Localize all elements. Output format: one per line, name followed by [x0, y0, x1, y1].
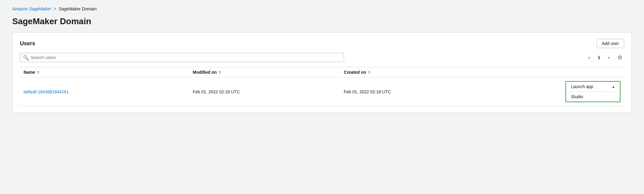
pagination-next-button[interactable]: › [605, 53, 613, 62]
table-header: Name ▽ Modified on ▽ Created on ▽ [20, 67, 624, 77]
col-header-actions [491, 67, 624, 77]
search-icon: 🔍 [23, 55, 29, 61]
cell-name: default-1643681844161 [20, 77, 189, 106]
launch-app-arrow-icon: ▲ [612, 85, 615, 88]
page-title: SageMaker Domain [12, 17, 632, 26]
users-table: Name ▽ Modified on ▽ Created on ▽ [20, 67, 624, 106]
table-body: default-1643681844161 Feb 01, 2022 02:18… [20, 77, 624, 106]
breadcrumb-separator: > [54, 6, 56, 12]
page-wrapper: Amazon SageMaker > SageMaker Domain Sage… [0, 0, 644, 125]
launch-app-dropdown-wrapper: Launch app ▲ Studio [565, 81, 620, 102]
launch-app-label: Launch app [571, 84, 593, 89]
col-modified-label: Modified on [193, 70, 217, 75]
settings-icon-button[interactable]: ⚙ [616, 53, 624, 62]
panel-header: Users Add user [20, 39, 624, 48]
launch-app-studio-item[interactable]: Studio [566, 92, 620, 102]
cell-created: Feb 01, 2022 02:18 UTC [340, 77, 491, 106]
col-header-modified: Modified on ▽ [189, 67, 340, 77]
add-user-button[interactable]: Add user [597, 39, 624, 48]
pagination-current-page: 1 [596, 55, 602, 60]
col-created-sort-icon[interactable]: ▽ [368, 71, 370, 74]
user-link[interactable]: default-1643681844161 [24, 89, 69, 94]
launch-app-button[interactable]: Launch app ▲ [566, 82, 620, 92]
pagination-prev-button[interactable]: ‹ [585, 53, 594, 62]
col-name-sort-icon[interactable]: ▽ [37, 71, 39, 74]
table-header-row: Name ▽ Modified on ▽ Created on ▽ [20, 67, 624, 77]
breadcrumb-current: SageMaker Domain [59, 6, 97, 11]
pagination-controls: ‹ 1 › ⚙ [585, 53, 624, 62]
breadcrumb: Amazon SageMaker > SageMaker Domain [12, 6, 632, 12]
search-container: 🔍 [20, 53, 344, 62]
search-input[interactable] [20, 53, 344, 62]
col-header-created: Created on ▽ [340, 67, 491, 77]
col-name-label: Name [24, 70, 35, 75]
search-pagination-row: 🔍 ‹ 1 › ⚙ [20, 53, 624, 62]
col-modified-sort-icon[interactable]: ▽ [219, 71, 221, 74]
table-row: default-1643681844161 Feb 01, 2022 02:18… [20, 77, 624, 106]
col-created-label: Created on [344, 70, 366, 75]
col-header-name: Name ▽ [20, 67, 189, 77]
users-panel: Users Add user 🔍 ‹ 1 › ⚙ Name [12, 32, 632, 113]
cell-modified: Feb 01, 2022 02:18 UTC [189, 77, 340, 106]
cell-launch-app: Launch app ▲ Studio [491, 77, 624, 106]
panel-title: Users [20, 40, 35, 47]
breadcrumb-parent-link[interactable]: Amazon SageMaker [12, 6, 51, 11]
